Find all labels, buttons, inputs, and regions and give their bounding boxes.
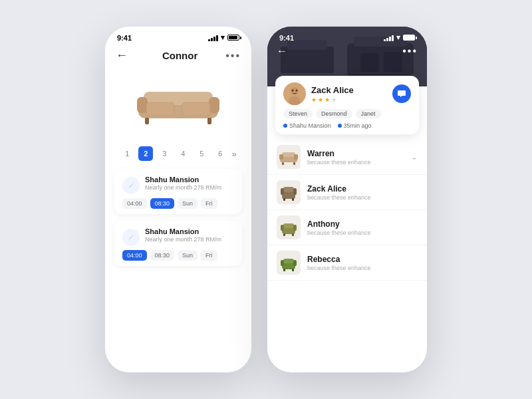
nav-icon-2 <box>122 229 140 246</box>
profile-card: Zack Alice ★ ★ ★ ★ <box>275 76 419 134</box>
page-3[interactable]: 3 <box>157 146 172 161</box>
tag-0830-1[interactable]: 08:30 <box>150 198 175 209</box>
tag-sun-2[interactable]: Sun <box>178 250 198 261</box>
pagination: 1 2 3 4 5 6 » <box>105 141 251 169</box>
furniture-name-warren: Warren <box>307 149 404 158</box>
star-4: ★ <box>331 96 336 103</box>
furniture-thumb-warren <box>277 145 301 169</box>
svg-rect-46 <box>283 269 285 271</box>
tag-janet: Janet <box>356 109 381 118</box>
page-5[interactable]: 5 <box>194 146 209 161</box>
tag-fri-1[interactable]: Fri <box>201 198 217 209</box>
status-bar-right: 9:41 ▾ .battery-white::after, .battery-w… <box>267 27 427 45</box>
svg-rect-37 <box>281 225 284 231</box>
svg-rect-5 <box>182 102 210 116</box>
tag-0400-1[interactable]: 04:00 <box>122 198 147 209</box>
chevron-warren: ⌄ <box>411 152 418 162</box>
furniture-name-rebecca: Rebecca <box>307 255 418 264</box>
page-title-left: Connor <box>162 50 198 61</box>
furniture-item-warren[interactable]: Warren because these enhance ⌄ <box>267 140 427 175</box>
svg-rect-29 <box>283 187 294 192</box>
more-button-left[interactable]: ••• <box>225 50 241 62</box>
furniture-item-zackalice[interactable]: Zack Alice because these enhance <box>267 175 427 210</box>
furniture-sub-anthony: because these enhance <box>307 229 418 236</box>
tag-sun-1[interactable]: Sun <box>178 198 198 209</box>
furniture-item-rebecca[interactable]: Rebecca because these enhance <box>267 245 427 281</box>
location-card-1: Shahu Mansion Nearly one month 278 RM/m … <box>114 169 242 214</box>
furniture-thumb-anthony <box>277 215 301 239</box>
status-icons-right: ▾ .battery-white::after, .battery-white:… <box>384 33 415 42</box>
location-subtitle-1: Nearly one month 278 RM/m <box>145 184 221 191</box>
svg-rect-23 <box>279 154 283 160</box>
furniture-thumb-zackalice <box>277 180 301 204</box>
status-time-left: 9:41 <box>117 34 132 42</box>
page-2[interactable]: 2 <box>138 146 153 161</box>
nav-icon-1 <box>122 177 140 194</box>
signal-icon <box>208 35 218 41</box>
svg-rect-30 <box>281 188 284 195</box>
tag-0400-2[interactable]: 04:00 <box>122 250 147 261</box>
time-ago-text: 35min ago <box>344 122 372 129</box>
location-dot <box>283 124 287 128</box>
furniture-list: Warren because these enhance ⌄ <box>267 140 427 372</box>
furniture-item-anthony[interactable]: Anthony because these enhance <box>267 210 427 245</box>
svg-rect-33 <box>292 198 294 201</box>
location-name-1: Shahu Mansion <box>145 176 221 184</box>
app-header-left: ← Connor ••• <box>105 45 251 68</box>
time-tags-2: 04:00 08:30 Sun Fri <box>122 250 234 261</box>
furniture-sub-rebecca: because these enhance <box>307 265 418 271</box>
status-icons-left: ▾ <box>208 33 239 42</box>
svg-rect-7 <box>207 118 211 124</box>
profile-name: Zack Alice <box>311 85 354 95</box>
wifi-icon: ▾ <box>221 33 225 42</box>
svg-rect-36 <box>283 223 294 228</box>
svg-rect-2 <box>137 97 148 113</box>
page-next[interactable]: » <box>231 149 236 159</box>
svg-rect-31 <box>293 188 297 195</box>
profile-stars: ★ ★ ★ ★ <box>311 96 354 103</box>
sofa-image-container <box>105 68 251 141</box>
message-button[interactable] <box>392 84 411 103</box>
profile-location: Shahu Mansion <box>283 122 331 129</box>
time-tags-1: 04:00 08:30 Sun Fri <box>122 198 234 209</box>
profile-time-ago: 35min ago <box>338 122 372 129</box>
left-phone: 9:41 ▾ ← Connor ••• <box>105 27 251 372</box>
right-header-overlay: ← ••• <box>267 45 427 57</box>
tag-steven: Steven <box>283 109 313 118</box>
status-bar-left: 9:41 ▾ <box>105 27 251 45</box>
profile-tags: Steven Desmond Janet <box>283 109 411 118</box>
right-content: Zack Alice ★ ★ ★ ★ <box>267 86 427 372</box>
right-phone: 9:41 ▾ .battery-white::after, .battery-w… <box>267 27 427 372</box>
more-button-right[interactable]: ••• <box>402 45 418 57</box>
svg-point-19 <box>296 90 298 92</box>
back-button-right[interactable]: ← <box>277 45 287 57</box>
battery-icon-right: .battery-white::after, .battery-white::b… <box>403 35 415 41</box>
tag-0830-2[interactable]: 08:30 <box>150 250 175 261</box>
svg-rect-22 <box>282 152 295 157</box>
battery-icon <box>227 35 239 41</box>
star-1: ★ <box>311 96 317 103</box>
svg-rect-25 <box>282 162 284 165</box>
svg-rect-4 <box>146 102 174 116</box>
furniture-sub-warren: because these enhance <box>307 159 404 166</box>
location-text: Shahu Mansion <box>289 122 331 129</box>
back-button-left[interactable]: ← <box>116 49 134 63</box>
page-1[interactable]: 1 <box>120 146 134 161</box>
tag-fri-2[interactable]: Fri <box>201 250 217 261</box>
svg-rect-6 <box>145 118 149 124</box>
furniture-thumb-rebecca <box>277 251 301 275</box>
svg-rect-3 <box>209 97 219 113</box>
page-4[interactable]: 4 <box>176 146 190 161</box>
svg-rect-40 <box>292 233 294 236</box>
svg-point-18 <box>292 90 294 92</box>
svg-rect-45 <box>293 260 297 266</box>
page-6[interactable]: 6 <box>213 146 227 161</box>
svg-rect-43 <box>283 259 294 263</box>
star-3: ★ <box>325 96 330 103</box>
svg-rect-38 <box>293 225 297 231</box>
star-2: ★ <box>318 96 323 103</box>
furniture-name-anthony: Anthony <box>307 219 418 229</box>
time-dot <box>338 124 342 128</box>
signal-icon-right <box>384 35 394 41</box>
furniture-name-zackalice: Zack Alice <box>307 184 418 194</box>
